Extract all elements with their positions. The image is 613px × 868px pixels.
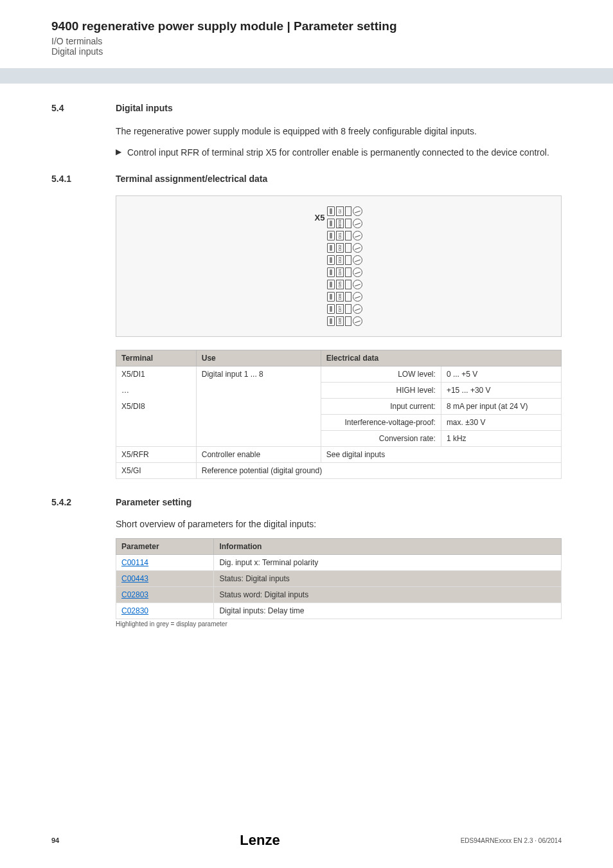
edt-terminal-ellipsis: … [116,383,197,399]
section-5-4-1-title: Terminal assignment/electrical data [116,174,267,184]
edt-use-reference-potential: Reference potential (digital ground) [196,463,561,479]
electrical-data-table: Terminal Use Electrical data X5/DI1 Digi… [116,350,562,479]
page-number: 94 [51,836,59,844]
pin-label-di2: DI2 [336,243,344,253]
parameter-table-footnote: Highlighted in grey = display parameter [116,620,562,628]
param-link-c00443[interactable]: C00443 [121,574,148,583]
pt-info-c00443: Status: Digital inputs [214,571,562,587]
doc-title: 9400 regenerative power supply module | … [51,19,574,33]
pt-head-information: Information [214,539,562,555]
edt-see-digital-inputs: See digital inputs [321,447,561,463]
pin-label-di7: DI7 [336,304,344,314]
page-footer: 94 Lenze EDS94ARNExxxx EN 2.3 · 06/2014 [51,832,562,849]
edt-inputcurrent-label: Input current: [321,399,441,415]
edt-head-terminal: Terminal [116,350,197,366]
pin-label-rfr: RFR [336,219,344,228]
terminal-block-graphic: GI RFR DI1 DI2 DI3 DI4 DI5 DI6 DI7 DI8 [327,205,362,327]
pt-head-parameter: Parameter [116,539,214,555]
param-link-c00114[interactable]: C00114 [121,558,148,567]
header-separator-bar [0,68,613,84]
pin-label-di3: DI3 [336,255,344,265]
edt-convrate-label: Conversion rate: [321,431,441,447]
edt-inputcurrent-value: 8 mA per input (at 24 V) [441,399,561,415]
edt-terminal-di1: X5/DI1 [116,366,197,383]
pin-label-di4: DI4 [336,267,344,277]
lenze-logo: Lenze [240,832,280,849]
doc-subtitle-2: Digital inputs [51,46,574,57]
terminal-strip-diagram: X5 GI RFR DI1 DI2 DI3 DI4 DI5 DI6 DI7 DI… [116,195,562,337]
edt-head-electrical: Electrical data [321,350,561,366]
pt-info-c02803: Status word: Digital inputs [214,587,562,603]
edt-high-value: +15 ... +30 V [441,383,561,399]
document-id: EDS94ARNExxxx EN 2.3 · 06/2014 [461,837,562,844]
x5-connector-label: X5 [315,213,325,222]
section-5-4-2-title: Parameter setting [116,497,191,507]
section-5-4-num: 5.4 [51,103,116,113]
edt-terminal-di8: X5/DI8 [116,399,197,447]
edt-use-digital-input: Digital input 1 ... 8 [196,366,321,447]
section-5-4-bullet: Control input RFR of terminal strip X5 f… [127,146,549,159]
bullet-triangle-icon: ▶ [116,146,127,159]
edt-low-label: LOW level: [321,366,441,383]
pin-label-di8: DI8 [336,316,344,326]
param-link-c02803[interactable]: C02803 [121,590,148,599]
section-5-4-2-intro: Short overview of parameters for the dig… [116,519,562,529]
edt-terminal-rfr: X5/RFR [116,447,197,463]
pin-label-di6: DI6 [336,292,344,302]
edt-interference-label: Interference-voltage-proof: [321,415,441,431]
pt-info-c02830: Digital inputs: Delay time [214,603,562,619]
section-5-4-1-num: 5.4.1 [51,174,116,184]
pin-label-di5: DI5 [336,280,344,289]
edt-interference-value: max. ±30 V [441,415,561,431]
edt-high-label: HIGH level: [321,383,441,399]
edt-low-value: 0 ... +5 V [441,366,561,383]
param-link-c02830[interactable]: C02830 [121,606,148,615]
edt-convrate-value: 1 kHz [441,431,561,447]
doc-subtitle-1: I/O terminals [51,36,574,46]
section-5-4-title: Digital inputs [116,103,173,113]
parameter-table: Parameter Information C00114 Dig. input … [116,538,562,619]
pt-info-c00114: Dig. input x: Terminal polarity [214,555,562,571]
edt-head-use: Use [196,350,321,366]
edt-terminal-gi: X5/GI [116,463,197,479]
section-5-4-paragraph: The regenerative power supply module is … [116,125,562,138]
edt-use-controller-enable: Controller enable [196,447,321,463]
pin-label-di1: DI1 [336,231,344,240]
section-5-4-2-num: 5.4.2 [51,497,116,507]
page-header: 9400 regenerative power supply module | … [0,0,613,63]
pin-label-gi: GI [336,206,344,216]
